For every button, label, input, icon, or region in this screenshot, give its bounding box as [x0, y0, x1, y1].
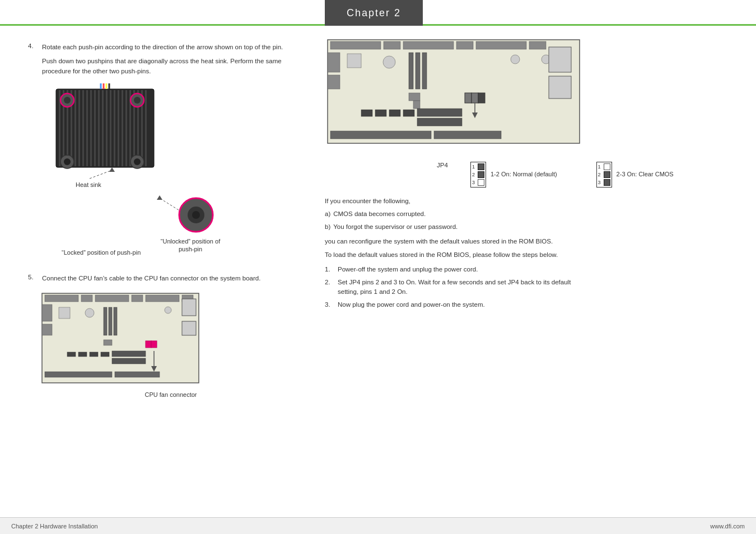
svg-rect-18	[125, 90, 127, 166]
svg-rect-44	[45, 295, 78, 302]
info-item-b-label: b)	[325, 222, 330, 232]
svg-rect-10	[94, 90, 96, 166]
svg-rect-99	[403, 110, 414, 116]
svg-line-41	[160, 198, 182, 212]
svg-rect-85	[409, 53, 413, 89]
svg-rect-69	[112, 358, 146, 364]
step4-number: 4.	[28, 43, 39, 81]
chapter-title: Chapter 2	[347, 7, 401, 19]
svg-rect-60	[182, 299, 196, 316]
svg-point-58	[165, 307, 171, 313]
svg-rect-94	[330, 131, 431, 139]
svg-point-29	[64, 158, 71, 165]
svg-rect-48	[146, 295, 179, 302]
step-r3-text: Now plug the power cord and power-on the…	[338, 300, 485, 310]
svg-rect-51	[42, 324, 52, 335]
svg-rect-74	[328, 40, 580, 143]
step4-text2: Push down two pushpins that are diagonal…	[42, 57, 302, 76]
header-left-bar	[0, 0, 325, 26]
svg-rect-87	[422, 53, 427, 89]
svg-rect-64	[67, 352, 76, 357]
step-r3: 3. Now plug the power cord and power-on …	[325, 300, 734, 310]
svg-rect-92	[549, 47, 571, 72]
info-intro: If you encounter the following,	[325, 196, 734, 206]
svg-rect-81	[328, 53, 340, 72]
svg-rect-56	[114, 307, 117, 335]
unlocked-arrow	[148, 193, 216, 237]
info-para1: you can reconfigure the system with the …	[325, 236, 734, 246]
heatsink-diagram	[50, 83, 162, 181]
step5-text: Connect the CPU fan’s cable to the CPU f…	[42, 274, 260, 283]
svg-rect-43	[42, 293, 199, 383]
svg-rect-63	[115, 372, 160, 377]
svg-rect-57	[104, 340, 112, 345]
svg-rect-95	[434, 131, 501, 139]
svg-rect-14	[110, 90, 111, 166]
step5-number: 5.	[28, 274, 39, 288]
svg-rect-16	[118, 90, 119, 166]
svg-rect-62	[45, 372, 112, 377]
svg-rect-79	[476, 41, 526, 49]
svg-rect-15	[114, 90, 115, 166]
svg-rect-97	[375, 110, 386, 116]
jp4-mb-diagram	[325, 37, 734, 156]
left-panel: 4. Rotate each push-pin according to the…	[0, 26, 314, 517]
svg-rect-13	[106, 90, 108, 166]
jp4-label: JP4	[437, 162, 454, 168]
svg-rect-52	[59, 307, 70, 318]
info-section: If you encounter the following, a) CMOS …	[325, 196, 734, 310]
svg-rect-50	[42, 305, 52, 321]
svg-rect-54	[104, 307, 107, 335]
svg-line-36	[90, 170, 112, 179]
header-right-bar	[423, 0, 756, 26]
info-para2: To load the default values stored in the…	[325, 250, 734, 260]
step4-text1: Rotate each push-pin according to the di…	[42, 43, 302, 52]
svg-marker-37	[109, 167, 115, 172]
svg-rect-61	[182, 321, 196, 335]
svg-rect-86	[416, 53, 420, 89]
svg-point-27	[134, 97, 141, 104]
svg-rect-66	[90, 352, 98, 357]
svg-point-25	[64, 97, 71, 104]
right-panel: JP4 1 2 3 1-2 On:	[314, 26, 756, 517]
step-r1-num: 1.	[325, 265, 335, 274]
svg-rect-46	[95, 295, 129, 302]
svg-rect-65	[78, 352, 87, 357]
svg-rect-68	[112, 351, 146, 357]
svg-rect-55	[109, 307, 112, 335]
step-r2: 2. Set JP4 pins 2 and 3 to On. Wait for …	[325, 278, 734, 297]
svg-rect-7	[82, 90, 84, 166]
main-content: 4. Rotate each push-pin according to the…	[0, 26, 756, 517]
svg-point-90	[511, 55, 520, 64]
svg-rect-9	[90, 90, 92, 166]
svg-point-84	[383, 56, 395, 68]
step-r2-num: 2.	[325, 278, 335, 297]
svg-rect-5	[74, 90, 76, 166]
svg-point-53	[85, 308, 94, 317]
pin-config-1-desc: 1-2 On: Normal (default)	[491, 170, 557, 179]
step-r2-text: Set JP4 pins 2 and 3 to On. Wait for a f…	[338, 278, 578, 297]
pin-config-2-desc: 2-3 On: Clear CMOS	[617, 170, 674, 179]
step-4: 4. Rotate each push-pin according to the…	[28, 43, 302, 263]
svg-marker-42	[157, 195, 162, 200]
svg-rect-11	[98, 90, 100, 166]
heatsink-arrow	[45, 167, 157, 223]
step-r1: 1. Power-off the system and unplug the p…	[325, 265, 734, 274]
info-item-b: b) You forgot the supervisor or user pas…	[325, 222, 734, 232]
svg-rect-88	[409, 93, 420, 101]
svg-rect-17	[122, 90, 123, 166]
svg-rect-98	[389, 110, 400, 116]
label-locked: “Locked” position of push-pin	[62, 249, 141, 256]
svg-rect-102	[465, 93, 472, 103]
motherboard-small-diagram	[39, 291, 202, 388]
svg-rect-67	[101, 352, 109, 357]
jp4-label-section: JP4 1 2 3 1-2 On:	[437, 162, 734, 188]
svg-rect-45	[81, 295, 92, 302]
svg-rect-6	[78, 90, 80, 166]
svg-rect-12	[102, 90, 104, 166]
pin-config-2: 1 2 3 2-3 On: Clear CMOS	[596, 162, 674, 188]
page-header: Chapter 2	[0, 0, 756, 26]
step-r1-text: Power-off the system and unplug the powe…	[338, 265, 478, 274]
info-item-a: a) CMOS data becomes corrupted.	[325, 209, 734, 219]
svg-rect-101	[417, 118, 462, 126]
